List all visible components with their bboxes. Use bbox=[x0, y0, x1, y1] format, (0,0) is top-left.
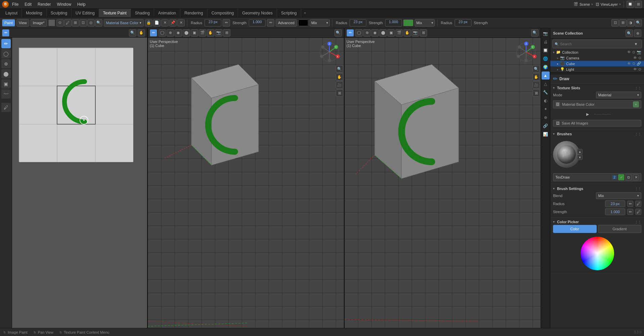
tab-compositing[interactable]: Compositing bbox=[208, 9, 238, 17]
strength-pen-icon[interactable]: ✏ bbox=[627, 209, 633, 215]
vp1-icon2[interactable]: ⊕ bbox=[167, 29, 174, 37]
vp1-rt3[interactable]: 🎥 bbox=[336, 81, 343, 89]
menu-window[interactable]: Window bbox=[54, 1, 74, 7]
vp1-icon5[interactable]: ▣ bbox=[191, 29, 198, 37]
vp2-rt4[interactable]: ⊞ bbox=[533, 89, 540, 97]
tool-mask[interactable]: ▣ bbox=[1, 79, 11, 89]
uv-canvas-area[interactable] bbox=[12, 38, 147, 328]
color-tab[interactable]: Color bbox=[553, 225, 597, 233]
blend-dropdown-2[interactable]: Mix ▾ bbox=[415, 19, 435, 27]
brush-duplicate-icon[interactable]: ⧉ bbox=[626, 174, 632, 180]
props-constraints-icon[interactable]: 🔗 bbox=[542, 122, 550, 130]
scene-filter-btn[interactable]: ▼ bbox=[632, 40, 640, 48]
vp2-icon6[interactable]: 🎬 bbox=[396, 29, 403, 37]
tab-modeling[interactable]: Modeling bbox=[22, 9, 47, 17]
vp1-right-icon1[interactable]: 🔍 bbox=[334, 29, 342, 37]
scene-item-light[interactable]: ▸ 💡 Light 👁 ⊙ bbox=[550, 66, 644, 72]
radius-input-3[interactable]: 23 px bbox=[455, 19, 471, 27]
vp2-icon9[interactable]: ⊞ bbox=[420, 29, 427, 37]
color-wheel[interactable] bbox=[581, 237, 614, 270]
props-view-icon[interactable]: 🔲 bbox=[542, 46, 550, 54]
menu-help[interactable]: Help bbox=[75, 1, 88, 7]
tool-icon-3[interactable]: ⊞ bbox=[72, 19, 79, 27]
scene-search-input[interactable] bbox=[560, 42, 631, 46]
props-scene-icon[interactable]: 🌐 bbox=[542, 55, 550, 63]
gradient-tab[interactable]: Gradient bbox=[598, 225, 642, 233]
tool-eraser[interactable]: ◯ bbox=[1, 49, 11, 58]
vp2-icon2[interactable]: ⊕ bbox=[363, 29, 371, 37]
viewport-shading-icon[interactable]: ◑ bbox=[627, 19, 634, 27]
draw-tool-vp1[interactable]: ✏ bbox=[150, 29, 157, 37]
render-output-button[interactable]: ⊞ bbox=[635, 1, 642, 8]
menu-render[interactable]: Render bbox=[35, 1, 53, 7]
props-modifier-icon[interactable]: 🔧 bbox=[542, 88, 550, 96]
scene-item-collection[interactable]: ▾ 📁 Collection 👁 ⊙ 📷 bbox=[550, 49, 644, 55]
vp1-icon7[interactable]: ✋ bbox=[207, 29, 214, 37]
vp1-icon3[interactable]: ◉ bbox=[175, 29, 182, 37]
advanced-btn[interactable]: Advanced bbox=[276, 19, 297, 27]
color-picker-title[interactable]: ▾ Color Picker ⋮⋮ bbox=[553, 219, 641, 225]
scene-filter-icon[interactable]: 🔍 bbox=[626, 30, 633, 37]
vp1-rt2[interactable]: ✋ bbox=[336, 73, 343, 81]
material-slot[interactable]: 🖼 Material Base Color + bbox=[553, 100, 641, 108]
vp2-icon1[interactable]: ◯ bbox=[355, 29, 363, 37]
tool-draw[interactable]: ✏ bbox=[1, 39, 11, 48]
overlay-icon[interactable]: ⊡ bbox=[611, 19, 619, 27]
mode-dropdown[interactable]: Material ▾ bbox=[596, 92, 642, 98]
search-icon[interactable]: 🔍 bbox=[95, 19, 102, 27]
brush-fake-user[interactable]: ✓ bbox=[618, 174, 624, 180]
menu-file[interactable]: File bbox=[9, 1, 21, 7]
radius-value[interactable]: 23 px bbox=[605, 200, 625, 207]
vp2-icon4[interactable]: ⬤ bbox=[379, 29, 387, 37]
render-button[interactable]: 🔲 bbox=[627, 1, 634, 8]
tool-icon-4[interactable]: ⊡ bbox=[80, 19, 87, 27]
vp1-icon8[interactable]: 📷 bbox=[215, 29, 222, 37]
tab-shading[interactable]: Shading bbox=[131, 9, 154, 17]
brush-x-icon[interactable]: ✕ bbox=[177, 19, 185, 27]
tab-geometry-nodes[interactable]: Geometry Nodes bbox=[238, 9, 277, 17]
gizmo-icon[interactable]: ⊞ bbox=[619, 19, 627, 27]
props-shader-icon[interactable]: ◐ bbox=[542, 97, 550, 105]
texture-slots-title[interactable]: ▾ Texture Slots ⋮⋮ bbox=[553, 85, 641, 91]
vp2-rt2[interactable]: ✋ bbox=[533, 73, 540, 81]
tool-smear[interactable]: 〰 bbox=[1, 89, 11, 99]
tab-uv-editing[interactable]: UV Editing bbox=[72, 9, 99, 17]
tool-fill[interactable]: ⬤ bbox=[1, 69, 11, 79]
vp1-icon6[interactable]: 🎬 bbox=[199, 29, 206, 37]
vp2-right-icon1[interactable]: 🔍 bbox=[531, 29, 539, 37]
vp2-icon7[interactable]: ✋ bbox=[404, 29, 411, 37]
add-texture-btn[interactable]: + bbox=[633, 101, 639, 107]
brush-new-icon[interactable]: 📄 bbox=[153, 19, 160, 27]
image-menu-btn[interactable]: Image* bbox=[31, 19, 47, 27]
tab-rendering[interactable]: Rendering bbox=[180, 9, 207, 17]
props-object-icon[interactable]: ▲ bbox=[542, 71, 550, 80]
color-swatch-1[interactable] bbox=[298, 19, 308, 26]
brushes-title[interactable]: ▾ Brushes ⋮⋮ bbox=[553, 131, 641, 137]
strength-input-1[interactable]: 1.000 bbox=[249, 19, 266, 27]
vp2-icon3[interactable]: ◉ bbox=[371, 29, 379, 37]
search-right-icon[interactable]: 🔍 bbox=[635, 19, 642, 27]
vp2-icon8[interactable]: 📷 bbox=[412, 29, 419, 37]
tool-icon-2[interactable]: 🖊 bbox=[64, 19, 72, 27]
strength-value[interactable]: 1.000 bbox=[605, 208, 625, 215]
scene-item-camera[interactable]: ▸ 📷 Camera 👁 ⊙ bbox=[550, 55, 644, 61]
tool-icon-5[interactable]: ◎ bbox=[87, 19, 95, 27]
blend-setting-dropdown[interactable]: Mix ▾ bbox=[596, 192, 642, 199]
props-output-icon[interactable]: 🖨 bbox=[542, 38, 550, 46]
color-wheel-container[interactable] bbox=[553, 235, 641, 272]
props-data-icon[interactable]: 📊 bbox=[542, 130, 550, 138]
tab-animation[interactable]: Animation bbox=[154, 9, 180, 17]
radius-input-2[interactable]: 23 px bbox=[350, 19, 366, 27]
save-all-images-btn[interactable]: 🖼 Save All Images bbox=[553, 120, 641, 127]
tab-scripting[interactable]: Scripting bbox=[277, 9, 301, 17]
vp2-icon5[interactable]: ▣ bbox=[387, 29, 395, 37]
tab-sculpting[interactable]: Sculpting bbox=[47, 9, 72, 17]
strength-pen-1[interactable]: ✏ bbox=[267, 19, 274, 27]
brush-lock-icon[interactable]: 🔒 bbox=[145, 19, 152, 27]
image-view-btn[interactable]: 🔍 bbox=[129, 29, 136, 37]
vp2-gizmo[interactable]: Z Y X bbox=[514, 40, 538, 64]
viewport-3d-1[interactable]: User Perspective (1) Cube Z bbox=[148, 38, 344, 328]
menu-edit[interactable]: Edit bbox=[22, 1, 34, 7]
scene-item-cube[interactable]: ▸ ⬛ Cube 👁 ⊙ 🔗 bbox=[550, 61, 644, 66]
props-render-icon[interactable]: 📷 bbox=[542, 30, 550, 38]
